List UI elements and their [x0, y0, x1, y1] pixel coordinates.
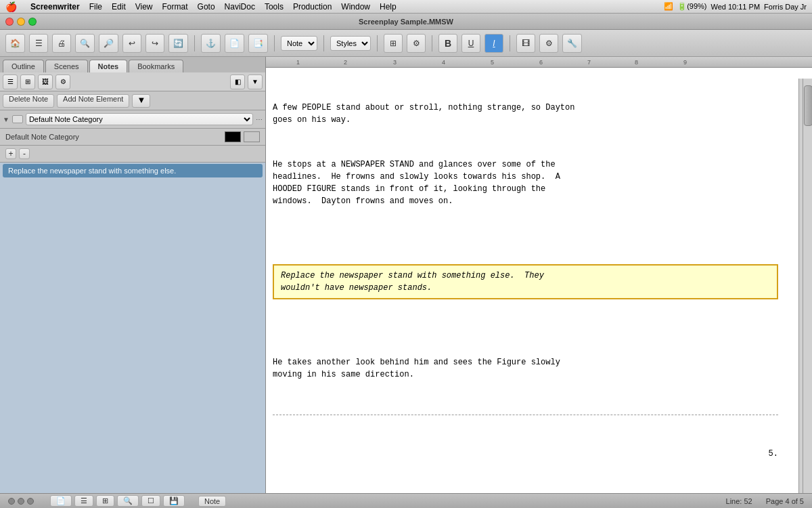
minus-btn[interactable]: - — [19, 148, 30, 159]
toolbar-sep1 — [194, 35, 195, 51]
status-page: Page 4 of 5 — [766, 497, 804, 505]
note-highlight-text: Replace the newspaper stand with somethi… — [273, 264, 778, 299]
view-btn-4[interactable]: 🔍 — [117, 495, 139, 507]
toolbar-home-btn[interactable]: 🏠 — [5, 34, 25, 53]
menubar: 🍎 Screenwriter File Edit View Format Got… — [0, 0, 812, 14]
ruler-mark-8: 8 — [635, 59, 638, 66]
panel-resize1-btn[interactable]: ◧ — [230, 75, 245, 89]
menu-help[interactable]: Help — [380, 2, 397, 12]
menu-window[interactable]: Window — [341, 2, 370, 12]
toolbar-highlight-btn[interactable]: I — [484, 34, 503, 53]
view-btn-2[interactable]: ☰ — [74, 495, 93, 507]
toolbar-list-btn[interactable]: ☰ — [29, 34, 48, 53]
style-dropdown[interactable]: Note — [281, 36, 317, 51]
panel-gear-btn[interactable]: ⚙ — [55, 75, 70, 89]
color-swatch-light[interactable] — [244, 131, 260, 142]
left-panel: Outline Scenes Notes Bookmarks ☰ ⊞ 🖼 ⚙ ◧… — [0, 57, 266, 493]
tab-notes[interactable]: Notes — [89, 60, 128, 72]
bottom-toolbar: 📄 ☰ ⊞ 🔍 ☐ 💾 — [50, 495, 185, 507]
view-btn-1[interactable]: 📄 — [50, 495, 72, 507]
menu-tools[interactable]: Tools — [265, 2, 284, 12]
note-item-0[interactable]: Replace the newspaper stand with somethi… — [3, 164, 263, 177]
toolbar-zoom2-btn[interactable]: 🔎 — [99, 34, 118, 53]
toolbar-extra-btn[interactable]: 🔧 — [562, 34, 582, 53]
close-button[interactable] — [5, 18, 14, 26]
panel-list-btn[interactable]: ☰ — [3, 75, 18, 89]
view-btn-5[interactable]: ☐ — [141, 495, 160, 507]
screenplay-inner: A few PEOPLE stand about or stroll, noth… — [273, 73, 798, 493]
ruler-mark-9: 9 — [683, 59, 687, 66]
title-bar: Screenplay Sample.MMSW — [0, 14, 812, 30]
menu-file[interactable]: File — [89, 2, 102, 12]
tab-bar: Outline Scenes Notes Bookmarks — [0, 57, 265, 72]
toolbar-gear-btn[interactable]: ⚙ — [539, 34, 558, 53]
apple-menu[interactable]: 🍎 — [5, 1, 17, 12]
category-options-icon[interactable]: ⋯ — [256, 116, 263, 123]
bottom-btn-2[interactable] — [18, 498, 24, 505]
panel-image-btn[interactable]: 🖼 — [38, 75, 53, 89]
category-expand-icon[interactable]: ▼ — [3, 116, 9, 123]
page-sidebar: C D P A T I J Q — [798, 79, 812, 493]
add-note-dropdown-btn[interactable]: ▼ — [132, 94, 150, 108]
menu-edit[interactable]: Edit — [112, 2, 126, 12]
panel-toolbar: ☰ ⊞ 🖼 ⚙ ◧ ▼ — [0, 72, 265, 91]
category-select[interactable]: Default Note Category — [26, 113, 253, 125]
ruler-mark-3: 3 — [393, 59, 397, 66]
menu-goto[interactable]: Goto — [198, 2, 215, 12]
panel-grid-btn[interactable]: ⊞ — [20, 75, 35, 89]
toolbar-setting-btn[interactable]: ⚙ — [407, 34, 426, 53]
menu-view[interactable]: View — [135, 2, 153, 12]
status-line: Line: 52 — [726, 497, 752, 505]
toolbar-refresh-btn[interactable]: 🔄 — [168, 34, 188, 53]
toolbar-zoom-btn[interactable]: 🔍 — [75, 34, 95, 53]
tab-bookmarks[interactable]: Bookmarks — [129, 60, 183, 72]
plus-btn[interactable]: + — [5, 148, 16, 159]
vertical-scrollbar[interactable] — [803, 79, 812, 493]
ruler-mark-2: 2 — [344, 59, 347, 66]
category-row: ▼ Default Note Category ⋯ — [0, 110, 265, 129]
toolbar-forward-btn[interactable]: ↪ — [145, 34, 164, 53]
category-text-label: Default Note Category — [5, 133, 79, 141]
toolbar-filmstrip-btn[interactable]: 🎞 — [516, 34, 535, 53]
toolbar-cols-btn[interactable]: ⊞ — [384, 34, 403, 53]
tab-scenes[interactable]: Scenes — [45, 60, 88, 72]
notes-list: Replace the newspaper stand with somethi… — [0, 163, 265, 493]
color-swatch-dark[interactable] — [225, 131, 241, 142]
action-block-3: Dayton bumps into somebody, jolting him … — [273, 491, 778, 493]
bottom-window-controls — [8, 498, 34, 505]
action-block-1: He stops at a NEWSPAPER STAND and glance… — [273, 158, 778, 207]
bottom-btn-3[interactable] — [27, 498, 34, 505]
view-btn-3[interactable]: ⊞ — [96, 495, 114, 507]
maximize-button[interactable] — [28, 18, 37, 26]
scrollbar-thumb[interactable] — [804, 85, 812, 126]
action-block-2: He takes another look behind him and see… — [273, 356, 778, 381]
toolbar-bold-btn[interactable]: B — [438, 34, 457, 53]
notes-toolbar: Delete Note Add Note Element ▼ — [0, 91, 265, 110]
status-note-btn[interactable]: Note — [198, 496, 226, 507]
menu-navidoc[interactable]: NaviDoc — [225, 2, 255, 12]
ruler-mark-1: 1 — [296, 59, 300, 66]
toolbar-format-btn[interactable]: 📄 — [225, 34, 244, 53]
tab-outline[interactable]: Outline — [3, 60, 44, 72]
bottom-btn-1[interactable] — [8, 498, 15, 505]
color-row: Default Note Category — [0, 129, 265, 146]
menu-production[interactable]: Production — [293, 2, 332, 12]
app-name[interactable]: Screenwriter — [30, 2, 80, 12]
screenplay-content[interactable]: A few PEOPLE stand about or stroll, noth… — [266, 68, 812, 493]
styles-dropdown[interactable]: Styles — [330, 36, 371, 51]
main-area: Outline Scenes Notes Bookmarks ☰ ⊞ 🖼 ⚙ ◧… — [0, 57, 812, 493]
user-name: Forris Day Jr — [764, 3, 807, 11]
toolbar-script-btn[interactable]: 📑 — [248, 34, 268, 53]
menu-format[interactable]: Format — [162, 2, 188, 12]
toolbar-back-btn[interactable]: ↩ — [122, 34, 141, 53]
minimize-button[interactable] — [17, 18, 25, 26]
delete-note-btn[interactable]: Delete Note — [3, 94, 54, 108]
toolbar-print-btn[interactable]: 🖨 — [52, 34, 71, 53]
toolbar-underline-btn[interactable]: U — [461, 34, 480, 53]
panel-resize2-btn[interactable]: ▼ — [248, 75, 263, 89]
view-btn-6[interactable]: 💾 — [163, 495, 185, 507]
toolbar-sep5 — [432, 35, 432, 51]
toolbar-anchor-btn[interactable]: ⚓ — [201, 34, 221, 53]
add-note-element-btn[interactable]: Add Note Element — [57, 94, 129, 108]
status-right: Line: 52 Page 4 of 5 — [726, 497, 804, 505]
